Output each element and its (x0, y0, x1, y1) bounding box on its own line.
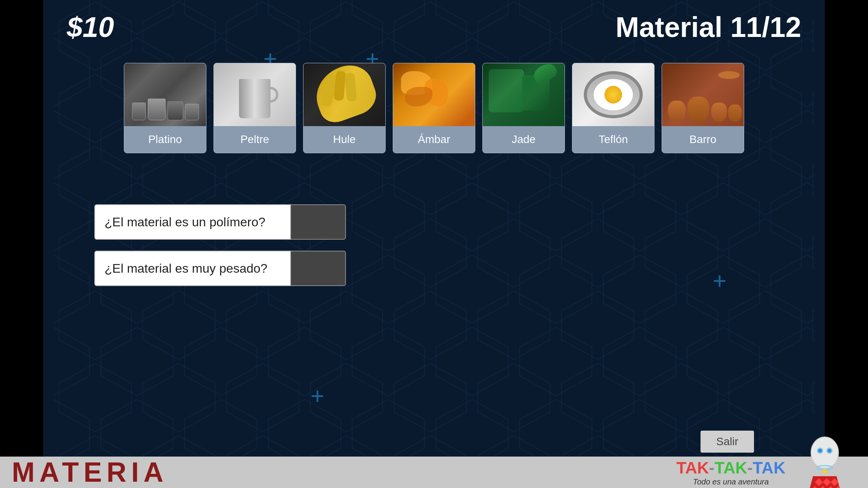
question-2-answer[interactable] (291, 251, 346, 286)
svg-point-10 (822, 469, 827, 474)
material-counter: Material 11/12 (616, 11, 801, 43)
card-jade-label: Jade (483, 126, 565, 153)
card-barro[interactable]: Barro (662, 63, 744, 153)
card-peltre-label: Peltre (214, 126, 296, 153)
cards-container: Platino Peltre (124, 63, 744, 153)
questions-container: ¿El material es un polímero? ¿El materia… (94, 204, 346, 286)
card-hule-label: Hule (303, 126, 385, 153)
bottom-bar: MATERIA TAK-TAK-TAK Todo es una aventura (0, 457, 868, 488)
plus-decoration-4: + (713, 267, 726, 294)
question-1-text: ¿El material es un polímero? (94, 204, 291, 240)
game-character (793, 433, 856, 488)
bottom-right-section: TAK-TAK-TAK Todo es una aventura (676, 433, 856, 488)
tak-subtitle: Todo es una aventura (693, 477, 769, 486)
game-title: MATERIA (12, 457, 168, 488)
card-ambar-label: Ámbar (393, 126, 475, 153)
tak-text-part1: TAK (676, 459, 709, 477)
plus-decoration-5: + (311, 382, 324, 409)
card-peltre[interactable]: Peltre (213, 63, 296, 153)
tak-dash2: - (747, 459, 753, 477)
svg-point-7 (818, 449, 822, 453)
tak-tak-tak-logo: TAK-TAK-TAK Todo es una aventura (676, 459, 785, 486)
card-teflon[interactable]: Teflón (572, 63, 655, 153)
question-1-answer[interactable] (291, 204, 346, 240)
card-platino[interactable]: Platino (124, 63, 206, 153)
tak-dash1: - (709, 459, 715, 477)
question-2-text: ¿El material es muy pesado? (94, 251, 291, 286)
card-platino-label: Platino (124, 126, 206, 153)
card-jade[interactable]: Jade (482, 63, 565, 153)
question-row-1: ¿El material es un polímero? (94, 204, 346, 240)
card-teflon-label: Teflón (572, 126, 654, 153)
tak-text-part3: TAK (753, 459, 785, 477)
svg-point-4 (811, 437, 839, 468)
card-ambar[interactable]: Ámbar (393, 63, 475, 153)
tak-text-part2: TAK (715, 459, 747, 477)
card-hule[interactable]: Hule (303, 63, 386, 153)
score-display: $10 (67, 11, 114, 43)
svg-point-8 (828, 449, 831, 453)
tak-logo-text: TAK-TAK-TAK (676, 459, 785, 477)
card-barro-label: Barro (662, 126, 744, 153)
question-row-2: ¿El material es muy pesado? (94, 251, 346, 286)
